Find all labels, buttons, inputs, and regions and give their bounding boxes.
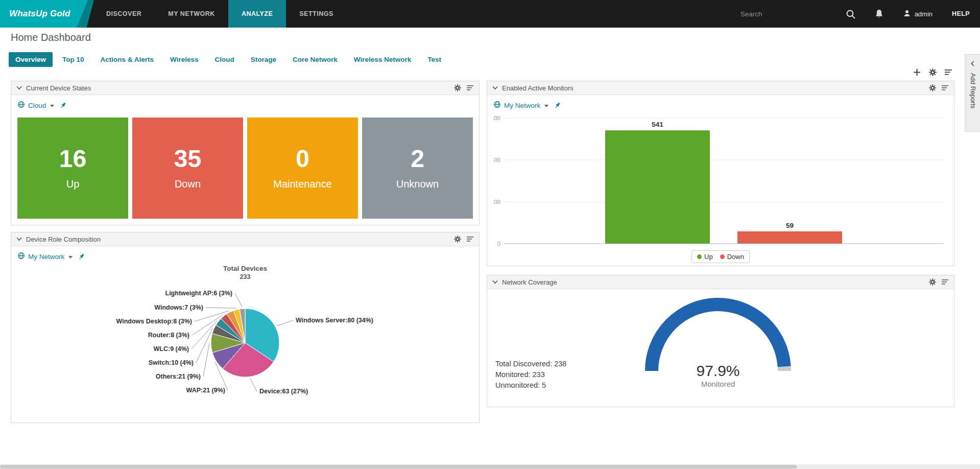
pin-icon[interactable] <box>78 253 85 261</box>
panel-settings-icon[interactable] <box>454 236 461 243</box>
tile-value: 16 <box>59 146 86 172</box>
panel-enabled-active-monitors: Enabled Active Monitors My Network <box>487 81 954 266</box>
notifications-icon[interactable] <box>875 9 883 18</box>
scope-selector[interactable]: My Network <box>504 102 540 109</box>
menu-icon[interactable] <box>945 69 952 76</box>
legend-item-up[interactable]: Up <box>697 253 713 261</box>
app-logo[interactable]: WhatsUp Gold <box>0 0 88 28</box>
nav-discover[interactable]: DISCOVER <box>93 0 155 28</box>
panel-body: My Network 020040060054159UpDown <box>487 95 954 265</box>
dashboard-tabs: OverviewTop 10Actions & AlertsWirelessCl… <box>9 52 448 67</box>
caret-down-icon[interactable] <box>50 105 54 107</box>
coverage-stat: Monitored: 233 <box>495 369 566 380</box>
panel-header-device-role-composition[interactable]: Device Role Composition <box>11 232 479 246</box>
device-state-tile-down[interactable]: 35Down <box>132 118 243 219</box>
add-reports-label: Add Reports <box>969 73 976 108</box>
y-axis-tick: 600 <box>493 115 500 121</box>
nav-my-network[interactable]: MY NETWORK <box>155 0 228 28</box>
panel-actions <box>929 278 949 286</box>
network-globe-icon <box>17 252 25 262</box>
nav-analyze[interactable]: ANALYZE <box>228 0 286 28</box>
panel-header-network-coverage[interactable]: Network Coverage <box>487 275 954 289</box>
caret-down-icon[interactable] <box>544 105 548 107</box>
settings-icon[interactable] <box>929 68 937 76</box>
bar-down[interactable] <box>737 231 842 244</box>
scrollbar-thumb[interactable] <box>0 465 797 468</box>
pie-label-others: Others:21 (9%) <box>156 373 201 380</box>
tile-value: 0 <box>296 146 309 172</box>
bar-value-label: 541 <box>652 121 663 128</box>
collapse-chevron-icon[interactable] <box>492 86 498 90</box>
tab-overview[interactable]: Overview <box>9 52 53 67</box>
pie-title: Total Devices <box>223 265 267 272</box>
panel-header-current-device-states[interactable]: Current Device States <box>11 81 479 95</box>
scope-row: My Network <box>493 99 948 111</box>
panel-header-enabled-active-monitors[interactable]: Enabled Active Monitors <box>487 81 954 95</box>
bar-up[interactable] <box>605 130 710 244</box>
panel-menu-icon[interactable] <box>942 279 949 285</box>
tab-core-network[interactable]: Core Network <box>286 52 344 67</box>
user-icon <box>903 9 911 19</box>
panel-body: Cloud 16Up35Down0Maintenance2Unknown <box>11 95 479 224</box>
device-state-tile-unknown[interactable]: 2Unknown <box>362 118 473 219</box>
bar-value-label: 59 <box>786 222 794 229</box>
caret-down-icon[interactable] <box>68 256 73 259</box>
chart-legend: UpDown <box>691 250 750 263</box>
panel-settings-icon[interactable] <box>454 84 461 91</box>
app-logo-text: WhatsUp Gold <box>9 9 70 19</box>
pin-icon[interactable] <box>554 102 561 109</box>
panel-device-role-composition: Device Role Composition My Network <box>11 232 480 423</box>
tab-cloud[interactable]: Cloud <box>208 52 241 67</box>
add-icon[interactable] <box>913 68 921 76</box>
scope-selector[interactable]: My Network <box>28 253 64 261</box>
pie-total: 233 <box>240 273 251 280</box>
tile-label: Up <box>66 178 80 190</box>
legend-dot <box>720 254 725 259</box>
panel-title: Device Role Composition <box>26 236 101 243</box>
panel-title: Enabled Active Monitors <box>502 84 573 92</box>
search-icon[interactable] <box>846 9 855 19</box>
help-link[interactable]: HELP <box>952 10 970 17</box>
device-state-tile-maintenance[interactable]: 0Maintenance <box>247 118 358 219</box>
user-menu[interactable]: admin <box>903 9 933 19</box>
y-axis-tick: 200 <box>493 199 500 205</box>
panel-menu-icon[interactable] <box>467 85 474 91</box>
tab-top-10[interactable]: Top 10 <box>56 52 91 67</box>
add-reports-toggle[interactable]: Add Reports <box>965 54 980 132</box>
panel-current-device-states: Current Device States Cloud <box>11 81 480 225</box>
tab-actions-alerts[interactable]: Actions & Alerts <box>94 52 161 67</box>
gauge-value: 97.9% <box>696 362 739 379</box>
whatsup-gold-app: WhatsUp Gold DISCOVERMY NETWORKANALYZESE… <box>0 0 980 469</box>
tab-test[interactable]: Test <box>421 52 448 67</box>
panel-actions <box>929 84 949 91</box>
collapse-chevron-icon[interactable] <box>492 280 498 284</box>
tab-storage[interactable]: Storage <box>244 52 283 67</box>
search-input[interactable] <box>740 10 838 18</box>
dashboard-toolbar <box>913 68 952 76</box>
device-state-tile-up[interactable]: 16Up <box>17 118 128 219</box>
topbar: WhatsUp Gold DISCOVERMY NETWORKANALYZESE… <box>0 0 980 28</box>
scope-selector[interactable]: Cloud <box>28 102 46 109</box>
tile-label: Unknown <box>396 178 439 190</box>
tab-wireless-network[interactable]: Wireless Network <box>347 52 418 67</box>
panel-title: Current Device States <box>26 84 91 92</box>
panel-menu-icon[interactable] <box>467 236 474 242</box>
pie-label-windows-server: Windows Server:80 (34%) <box>296 317 373 324</box>
panel-menu-icon[interactable] <box>942 85 949 91</box>
pie-label-lightweight-ap: Lightweight AP:6 (3%) <box>165 290 232 297</box>
y-axis-tick: 400 <box>493 157 500 163</box>
panel-settings-icon[interactable] <box>929 278 936 286</box>
pie-label-windows-desktop: Windows Desktop:8 (3%) <box>116 318 192 325</box>
nav-settings[interactable]: SETTINGS <box>286 0 347 28</box>
tab-wireless[interactable]: Wireless <box>163 52 205 67</box>
network-globe-icon <box>17 101 25 110</box>
pin-icon[interactable] <box>59 102 67 109</box>
panel-settings-icon[interactable] <box>929 84 936 91</box>
main-nav: DISCOVERMY NETWORKANALYZESETTINGS <box>93 0 347 28</box>
collapse-chevron-icon[interactable] <box>16 86 22 90</box>
panel-title: Network Coverage <box>502 278 557 286</box>
pie-label-wlc: WLC:9 (4%) <box>154 345 189 353</box>
collapse-chevron-icon[interactable] <box>16 237 22 241</box>
horizontal-scrollbar[interactable] <box>0 464 980 469</box>
legend-item-down[interactable]: Down <box>720 253 744 261</box>
